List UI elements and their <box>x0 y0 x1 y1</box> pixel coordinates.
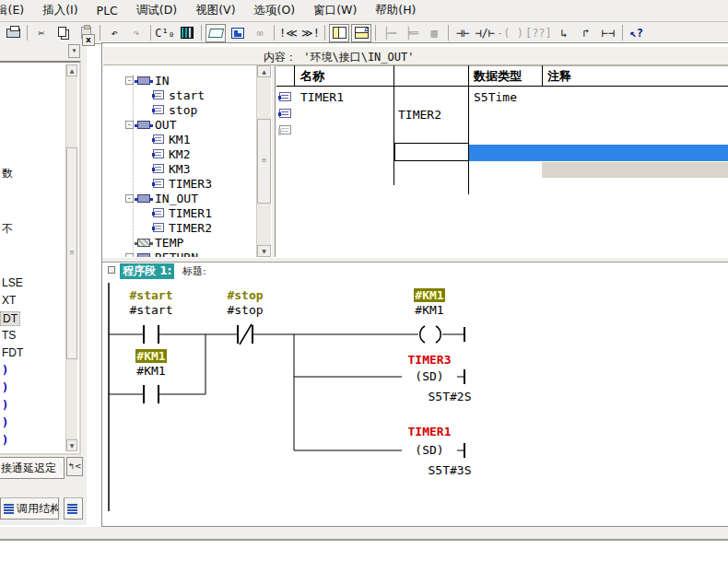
sd-coil[interactable]: (SD) <box>402 369 457 383</box>
cell-name[interactable]: TIMER1 <box>300 89 391 104</box>
catalog-item[interactable]: ) <box>2 416 8 429</box>
cell-type[interactable]: S5Time <box>474 107 540 122</box>
contact-no-button[interactable]: ⊣⊢ <box>452 24 473 42</box>
scrollbar-thumb[interactable]: ≡ <box>66 147 77 359</box>
catalog-item[interactable]: DT <box>0 311 20 326</box>
collapse-icon[interactable]: - <box>125 76 134 85</box>
close-branch-button[interactable]: ↱ <box>576 24 596 42</box>
tree-item-in[interactable]: -IN <box>125 73 170 88</box>
tree-item-stop[interactable]: stop <box>153 102 197 117</box>
network-monitor-button[interactable] <box>228 24 248 42</box>
tree-scrollbar[interactable]: ▲ ≡ ▼ <box>256 65 271 257</box>
chevron-down-icon[interactable]: ▾ <box>68 44 80 58</box>
undo-button[interactable]: ↶ <box>104 24 124 42</box>
tab-call-structure[interactable]: 调用结构 <box>0 497 59 519</box>
cell-type[interactable]: S5Time <box>474 89 540 104</box>
contact-nc-button[interactable]: ⊣/⊢ <box>475 24 495 42</box>
redo-button[interactable]: ↷ <box>126 24 147 42</box>
menu-item[interactable]: 视图(V) <box>186 0 244 21</box>
menu-item[interactable]: PLC <box>88 1 127 20</box>
scroll-down-icon[interactable]: ▼ <box>257 245 271 257</box>
detail-view-toggle-button[interactable] <box>351 24 371 42</box>
operand-label[interactable]: #KM1 <box>393 303 466 317</box>
operand-label[interactable]: #stop <box>208 303 282 317</box>
col-type[interactable]: 数据类型 <box>474 68 522 85</box>
catalog-scrollbar[interactable]: ▲ ≡ ▼ <box>65 64 77 451</box>
prev-error-button[interactable]: !≪ <box>278 24 299 42</box>
arrange-button[interactable]: ↰< <box>66 457 83 476</box>
vertical-splitter[interactable] <box>271 65 276 257</box>
menu-item[interactable]: 帮助(H) <box>366 0 425 21</box>
scroll-up-icon[interactable]: ▲ <box>257 65 271 77</box>
catalog-item[interactable]: ) <box>2 399 8 412</box>
sd-coil[interactable]: (SD) <box>402 443 457 457</box>
catalog-item[interactable]: ) <box>2 434 8 447</box>
catalog-item[interactable]: FDT <box>2 346 23 359</box>
glasses-monitor-button[interactable]: ∞ <box>250 24 270 42</box>
symbol-info-button[interactable] <box>177 24 197 42</box>
scroll-down-icon[interactable]: ▼ <box>66 439 77 451</box>
col-comment[interactable]: 注释 <box>547 68 571 85</box>
operand-label[interactable]: #start <box>114 303 188 317</box>
timer-value[interactable]: S5T#3S <box>413 463 487 477</box>
symbol-label[interactable]: #KM1 <box>114 349 188 363</box>
scroll-up-icon[interactable]: ▲ <box>66 64 77 76</box>
symbol-dots-button[interactable]: ▦ <box>424 24 444 42</box>
timer-value[interactable]: S5T#2S <box>413 390 487 403</box>
tree-item-label: KM1 <box>169 133 190 146</box>
tree-item-km2[interactable]: KM2 <box>153 146 190 161</box>
timer-name[interactable]: TIMER1 <box>393 425 466 438</box>
timer-name[interactable]: TIMER3 <box>393 353 466 367</box>
menu-item[interactable]: 辑(E) <box>0 0 33 21</box>
tree-item-timer3[interactable]: TIMER3 <box>153 176 212 191</box>
empty-box-button[interactable]: [??] <box>525 24 552 42</box>
cell-name[interactable]: TIMER2 <box>398 107 466 122</box>
catalog-item[interactable]: XT <box>2 294 16 307</box>
address-counter-button[interactable]: C¹₀ <box>155 24 175 42</box>
catalog-item[interactable]: 数 <box>2 166 13 181</box>
operand-label[interactable]: #KM1 <box>114 364 188 378</box>
close-icon[interactable]: x <box>82 34 95 46</box>
overview-toggle-button[interactable] <box>329 24 349 42</box>
next-error-button[interactable]: ≫! <box>300 24 321 42</box>
tree-item-return[interactable]: -RETURN <box>125 250 198 257</box>
declaration-tree: -INstartstop-OUTKM1KM2KM3TIMER3-IN_OUTTI… <box>103 65 256 257</box>
collapse-icon[interactable]: - <box>125 194 134 203</box>
tree-item-in_out[interactable]: -IN_OUT <box>125 191 198 205</box>
coil-button[interactable]: -( ) <box>497 24 523 42</box>
print-button[interactable] <box>3 24 23 42</box>
menu-item[interactable]: 选项(O) <box>245 0 305 21</box>
symbol-label[interactable]: #start <box>114 288 188 302</box>
tree-item-timer1[interactable]: TIMER1 <box>153 205 212 220</box>
copy-button[interactable] <box>53 24 74 42</box>
tree-item-km1[interactable]: KM1 <box>153 132 190 146</box>
catalog-item[interactable]: TS <box>2 329 16 342</box>
symbol-label[interactable]: #KM1 <box>393 288 466 302</box>
tab-elements[interactable] <box>64 497 83 519</box>
menu-item[interactable]: 窗口(W) <box>304 0 366 21</box>
tree-item-timer2[interactable]: TIMER2 <box>153 220 212 235</box>
comment-toggle-button[interactable] <box>205 24 226 42</box>
catalog-item[interactable]: 不 <box>2 221 13 237</box>
t-branch-button[interactable]: ⊢⊣ <box>598 24 618 42</box>
tree-item-km3[interactable]: KM3 <box>153 161 190 176</box>
menu-item[interactable]: 插入(I) <box>33 0 87 21</box>
program-elements-button[interactable]: ╞═ <box>402 24 422 42</box>
name-edit-box[interactable] <box>394 143 469 161</box>
tree-item-out[interactable]: -OUT <box>125 117 176 132</box>
tree-item-temp[interactable]: TEMP <box>137 235 183 250</box>
new-network-button[interactable]: ├┅ <box>380 24 400 42</box>
scrollbar-thumb[interactable]: ≡ <box>257 119 271 204</box>
col-name[interactable]: 名称 <box>300 68 324 85</box>
help-select-button[interactable]: ↖? <box>627 24 647 42</box>
open-branch-button[interactable]: ↳ <box>554 24 574 42</box>
catalog-item[interactable]: ) <box>2 364 8 377</box>
ladder-pane: 程序段 1: 标题: <box>103 263 728 526</box>
cut-button[interactable]: ✂ <box>31 24 52 42</box>
tree-item-start[interactable]: start <box>153 88 205 102</box>
collapse-icon[interactable]: - <box>125 121 134 129</box>
catalog-item[interactable]: ) <box>2 381 8 394</box>
catalog-item[interactable]: LSE <box>2 276 23 289</box>
menu-item[interactable]: 调试(D) <box>127 0 186 21</box>
symbol-label[interactable]: #stop <box>208 288 282 302</box>
